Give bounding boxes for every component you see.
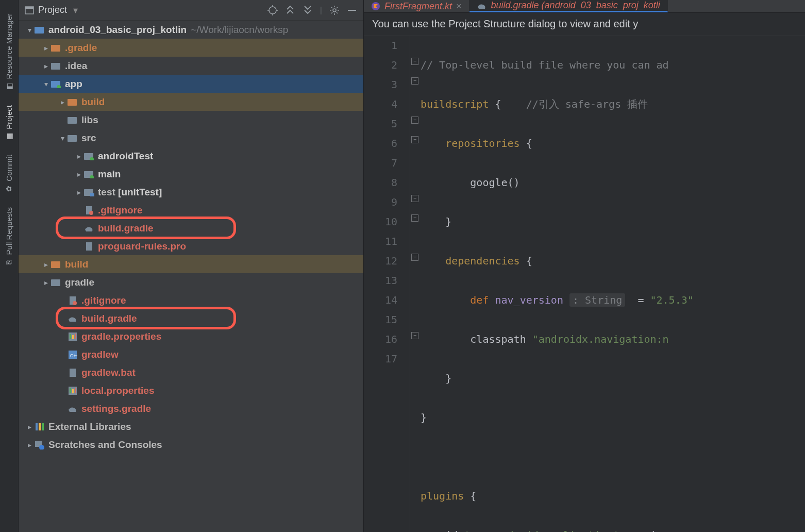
rail-pull-requests[interactable]: ⎘ Pull Requests bbox=[3, 200, 15, 274]
module-icon bbox=[51, 79, 62, 89]
folder-icon bbox=[51, 277, 62, 288]
properties-icon bbox=[67, 331, 78, 342]
tree-label: gradlew bbox=[81, 349, 119, 360]
fold-marker[interactable]: − bbox=[411, 254, 418, 261]
collapse-all-icon[interactable] bbox=[303, 5, 313, 15]
editor-hint[interactable]: You can use the Project Structure dialog… bbox=[364, 13, 805, 36]
tab-build-gradle[interactable]: build.gradle (android_03_basic_proj_kotl… bbox=[469, 0, 668, 12]
tree-item-build[interactable]: ▸ build bbox=[19, 93, 363, 111]
tree-label: .gitignore bbox=[81, 295, 126, 306]
fold-marker[interactable]: − bbox=[411, 214, 418, 222]
dropdown-icon: ▾ bbox=[73, 5, 78, 16]
file-icon bbox=[83, 241, 95, 252]
file-icon bbox=[67, 368, 78, 378]
file-icon bbox=[83, 205, 95, 215]
fold-marker[interactable]: − bbox=[411, 117, 418, 124]
tree-label: local.properties bbox=[81, 385, 155, 396]
project-view-selector[interactable]: Project ▾ bbox=[25, 5, 78, 16]
chevron-right-icon: ▸ bbox=[25, 423, 34, 431]
svg-rect-16 bbox=[68, 135, 77, 142]
tree-label: src bbox=[81, 132, 96, 144]
kotlin-icon bbox=[371, 2, 380, 11]
tree-label: main bbox=[98, 169, 121, 180]
chevron-down-icon: ▾ bbox=[58, 134, 67, 142]
fold-marker[interactable]: − bbox=[411, 195, 418, 202]
line-gutter: 1234567891011121314151617 bbox=[364, 36, 410, 532]
tab-firstfragment[interactable]: FirstFragment.kt × bbox=[364, 0, 469, 12]
hide-icon[interactable] bbox=[347, 5, 357, 15]
tree-item-gitignore[interactable]: .gitignore bbox=[19, 201, 363, 219]
tree-root[interactable]: ▾ android_03_basic_proj_kotlin ~/Work/li… bbox=[19, 21, 363, 39]
folder-icon bbox=[67, 133, 78, 143]
code-content[interactable]: // Top-level build file where you can ad… bbox=[421, 36, 805, 532]
tree-item-scratches[interactable]: ▸ Scratches and Consoles bbox=[19, 436, 363, 454]
tree-item-app[interactable]: ▾ app bbox=[19, 75, 363, 93]
gradle-icon bbox=[477, 2, 487, 10]
tree-root-path: ~/Work/lijiaocn/worksp bbox=[191, 24, 288, 36]
tree-item-settings-gradle[interactable]: settings.gradle bbox=[19, 400, 363, 418]
folder-icon bbox=[67, 115, 78, 125]
tree-label: test [unitTest] bbox=[98, 187, 162, 198]
locate-icon[interactable] bbox=[267, 5, 278, 15]
tree-item-root-gradle[interactable]: ▸ gradle bbox=[19, 273, 363, 291]
settings-icon[interactable] bbox=[329, 5, 340, 15]
svg-rect-14 bbox=[68, 99, 77, 106]
tree-root-label: android_03_basic_proj_kotlin bbox=[48, 24, 187, 36]
code-editor[interactable]: 1234567891011121314151617 − − − − − − − … bbox=[364, 36, 805, 532]
project-tree[interactable]: ▾ android_03_basic_proj_kotlin ~/Work/li… bbox=[19, 21, 363, 532]
svg-rect-1 bbox=[25, 7, 33, 9]
tree-item-libs[interactable]: libs bbox=[19, 111, 363, 129]
tree-label: build bbox=[81, 96, 105, 108]
svg-rect-22 bbox=[90, 193, 94, 196]
svg-rect-15 bbox=[68, 117, 77, 124]
chevron-right-icon: ▸ bbox=[41, 62, 51, 70]
chevron-right-icon: ▸ bbox=[25, 441, 34, 449]
pr-icon: ⎘ bbox=[5, 260, 13, 264]
fold-marker[interactable]: − bbox=[411, 136, 418, 143]
tree-item-androidtest[interactable]: ▸ androidTest bbox=[19, 147, 363, 165]
tree-item-gradle-properties[interactable]: gradle.properties bbox=[19, 327, 363, 345]
tree-label: gradlew.bat bbox=[81, 367, 136, 378]
panel-actions: | bbox=[267, 5, 357, 15]
tree-item-app-build-gradle[interactable]: build.gradle bbox=[19, 219, 363, 237]
folder-icon bbox=[83, 187, 95, 197]
svg-rect-32 bbox=[72, 335, 74, 339]
svg-rect-41 bbox=[36, 423, 38, 430]
tree-label: gradle.properties bbox=[81, 331, 161, 342]
svg-point-24 bbox=[89, 211, 93, 215]
tree-item-proguard[interactable]: proguard-rules.pro bbox=[19, 237, 363, 255]
rail-commit-label: Commit bbox=[5, 155, 13, 181]
fold-marker[interactable]: − bbox=[411, 332, 418, 339]
tree-label: androidTest bbox=[98, 151, 153, 162]
tree-label: build.gradle bbox=[81, 313, 137, 324]
tree-item-root-build[interactable]: ▸ build bbox=[19, 255, 363, 273]
tree-item-src[interactable]: ▾ src bbox=[19, 129, 363, 147]
folder-icon bbox=[83, 169, 95, 179]
rail-resource-manager[interactable]: ◧ Resource Manager bbox=[3, 6, 15, 98]
close-icon[interactable]: × bbox=[456, 1, 462, 12]
fold-marker[interactable]: − bbox=[411, 58, 418, 65]
rail-commit[interactable]: ✿ Commit bbox=[3, 147, 15, 200]
tree-item-local-properties[interactable]: local.properties bbox=[19, 381, 363, 400]
tree-item-main[interactable]: ▸ main bbox=[19, 165, 363, 183]
expand-all-icon[interactable] bbox=[285, 5, 295, 15]
gradle-icon bbox=[67, 404, 78, 414]
chevron-right-icon: ▸ bbox=[41, 44, 51, 52]
tree-item-root-build-gradle[interactable]: build.gradle bbox=[19, 309, 363, 327]
project-panel: Project ▾ | ▾ android_03_basic_proj_kotl… bbox=[19, 0, 364, 532]
svg-point-7 bbox=[333, 9, 336, 12]
rail-project[interactable]: ▦ Project bbox=[3, 98, 15, 148]
fold-column[interactable]: − − − − − − − − bbox=[410, 36, 421, 532]
fold-marker[interactable]: − bbox=[411, 77, 418, 85]
tree-item-idea[interactable]: ▸ .idea bbox=[19, 57, 363, 75]
svg-rect-36 bbox=[70, 369, 76, 377]
tree-item-gradlew[interactable]: C++ gradlew bbox=[19, 345, 363, 363]
tree-label: proguard-rules.pro bbox=[98, 241, 186, 252]
tree-item-gradle-dir[interactable]: ▸ .gradle bbox=[19, 39, 363, 57]
module-icon bbox=[34, 25, 45, 35]
tree-item-external-libs[interactable]: ▸ External Libraries bbox=[19, 418, 363, 436]
svg-rect-38 bbox=[70, 388, 71, 393]
tree-item-test[interactable]: ▸ test [unitTest] bbox=[19, 183, 363, 201]
tree-item-gradlew-bat[interactable]: gradlew.bat bbox=[19, 363, 363, 381]
tree-item-root-gitignore[interactable]: .gitignore bbox=[19, 291, 363, 309]
